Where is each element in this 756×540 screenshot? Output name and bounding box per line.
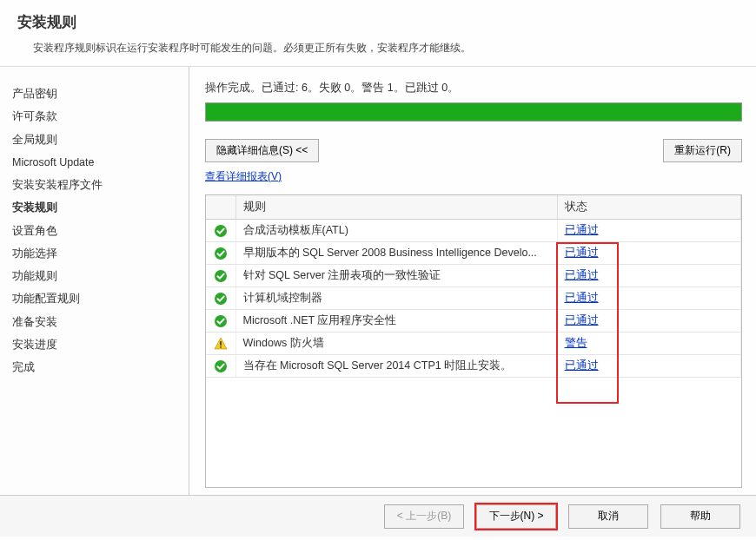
svg-point-4 — [215, 315, 227, 327]
sidebar-item[interactable]: 安装安装程序文件 — [12, 174, 183, 196]
svg-point-1 — [215, 247, 227, 260]
table-row[interactable]: Microsoft .NET 应用程序安全性已通过 — [206, 310, 741, 333]
sidebar-item[interactable]: 产品密钥 — [12, 82, 183, 105]
sidebar-item[interactable]: 功能选择 — [12, 242, 183, 265]
progress-bar — [205, 102, 742, 122]
status-link[interactable]: 已通过 — [565, 247, 599, 259]
main-panel: 操作完成。已通过: 6。失败 0。警告 1。已跳过 0。 隐藏详细信息(S) <… — [189, 67, 756, 495]
cancel-button[interactable]: 取消 — [568, 504, 648, 529]
sidebar-item[interactable]: 设置角色 — [12, 220, 183, 242]
rule-status: 警告 — [557, 333, 741, 355]
status-link[interactable]: 已通过 — [565, 224, 599, 236]
check-icon — [214, 224, 228, 238]
rule-name: Windows 防火墙 — [235, 333, 557, 355]
sidebar-item-current[interactable]: 安装规则 — [12, 196, 183, 219]
rule-icon-cell — [206, 310, 235, 333]
status-link[interactable]: 已通过 — [565, 359, 599, 372]
rule-name: Microsoft .NET 应用程序安全性 — [235, 310, 557, 333]
col-icon — [206, 195, 235, 220]
status-link[interactable]: 警告 — [565, 337, 587, 349]
check-icon — [214, 269, 228, 283]
rule-status: 已通过 — [557, 220, 741, 242]
rule-icon-cell — [206, 287, 235, 310]
svg-point-0 — [215, 225, 227, 237]
rule-status: 已通过 — [557, 310, 741, 333]
sidebar: 产品密钥 许可条款 全局规则 Microsoft Update 安装安装程序文件… — [0, 67, 189, 495]
col-status: 状态 — [557, 195, 741, 220]
check-icon — [214, 359, 228, 373]
rule-name: 计算机域控制器 — [235, 287, 557, 310]
table-row[interactable]: 合成活动模板库(ATL)已通过 — [206, 220, 741, 242]
help-button[interactable]: 帮助 — [660, 504, 740, 529]
rule-status: 已通过 — [557, 265, 741, 287]
sidebar-item[interactable]: 功能规则 — [12, 265, 183, 287]
page-description: 安装程序规则标识在运行安装程序时可能发生的问题。必须更正所有失败，安装程序才能继… — [33, 41, 739, 56]
sidebar-item[interactable]: 全局规则 — [12, 128, 183, 151]
status-link[interactable]: 已通过 — [565, 314, 599, 326]
sidebar-item[interactable]: 许可条款 — [12, 105, 183, 128]
check-icon — [214, 314, 228, 328]
warning-icon — [214, 337, 228, 351]
svg-rect-5 — [220, 341, 222, 346]
sidebar-item[interactable]: 安装进度 — [12, 333, 183, 356]
col-rule: 规则 — [235, 195, 557, 220]
view-report-link[interactable]: 查看详细报表(V) — [205, 169, 742, 184]
sidebar-item[interactable]: Microsoft Update — [12, 151, 183, 174]
table-row[interactable]: 针对 SQL Server 注册表项的一致性验证已通过 — [206, 265, 741, 287]
table-row[interactable]: 当存在 Microsoft SQL Server 2014 CTP1 时阻止安装… — [206, 355, 741, 378]
rule-name: 合成活动模板库(ATL) — [235, 220, 557, 242]
svg-rect-6 — [220, 346, 222, 348]
back-button[interactable]: < 上一步(B) — [384, 504, 464, 529]
status-link[interactable]: 已通过 — [565, 269, 599, 281]
rule-name: 早期版本的 SQL Server 2008 Business Intellige… — [235, 242, 557, 265]
svg-point-3 — [215, 293, 227, 305]
rule-icon-cell — [206, 333, 235, 355]
body: 产品密钥 许可条款 全局规则 Microsoft Update 安装安装程序文件… — [0, 67, 756, 495]
footer: < 上一步(B) 下一步(N) > 取消 帮助 — [0, 495, 756, 537]
sidebar-item[interactable]: 准备安装 — [12, 311, 183, 333]
table-row[interactable]: 早期版本的 SQL Server 2008 Business Intellige… — [206, 242, 741, 265]
check-icon — [214, 292, 228, 306]
rules-table: 规则 状态 合成活动模板库(ATL)已通过早期版本的 SQL Server 20… — [206, 195, 741, 378]
sidebar-item[interactable]: 功能配置规则 — [12, 287, 183, 310]
sidebar-item[interactable]: 完成 — [12, 356, 183, 379]
header: 安装规则 安装程序规则标识在运行安装程序时可能发生的问题。必须更正所有失败，安装… — [0, 0, 756, 67]
table-row[interactable]: 计算机域控制器已通过 — [206, 287, 741, 310]
svg-point-2 — [215, 270, 227, 282]
page-title: 安装规则 — [17, 12, 739, 32]
hide-details-button[interactable]: 隐藏详细信息(S) << — [205, 139, 319, 162]
rule-status: 已通过 — [557, 355, 741, 378]
rule-icon-cell — [206, 220, 235, 242]
rule-icon-cell — [206, 242, 235, 265]
status-summary: 操作完成。已通过: 6。失败 0。警告 1。已跳过 0。 — [205, 81, 742, 95]
rule-status: 已通过 — [557, 242, 741, 265]
status-link[interactable]: 已通过 — [565, 292, 599, 304]
svg-point-7 — [215, 360, 227, 372]
table-row[interactable]: Windows 防火墙警告 — [206, 333, 741, 355]
rule-status: 已通过 — [557, 287, 741, 310]
controls-row: 隐藏详细信息(S) << 重新运行(R) — [205, 139, 742, 162]
rule-icon-cell — [206, 355, 235, 378]
rules-table-wrap: 规则 状态 合成活动模板库(ATL)已通过早期版本的 SQL Server 20… — [205, 194, 742, 488]
rule-name: 针对 SQL Server 注册表项的一致性验证 — [235, 265, 557, 287]
rerun-button[interactable]: 重新运行(R) — [663, 139, 742, 162]
rule-name: 当存在 Microsoft SQL Server 2014 CTP1 时阻止安装… — [235, 355, 557, 378]
rule-icon-cell — [206, 265, 235, 287]
next-button[interactable]: 下一步(N) > — [476, 504, 556, 529]
check-icon — [214, 247, 228, 260]
